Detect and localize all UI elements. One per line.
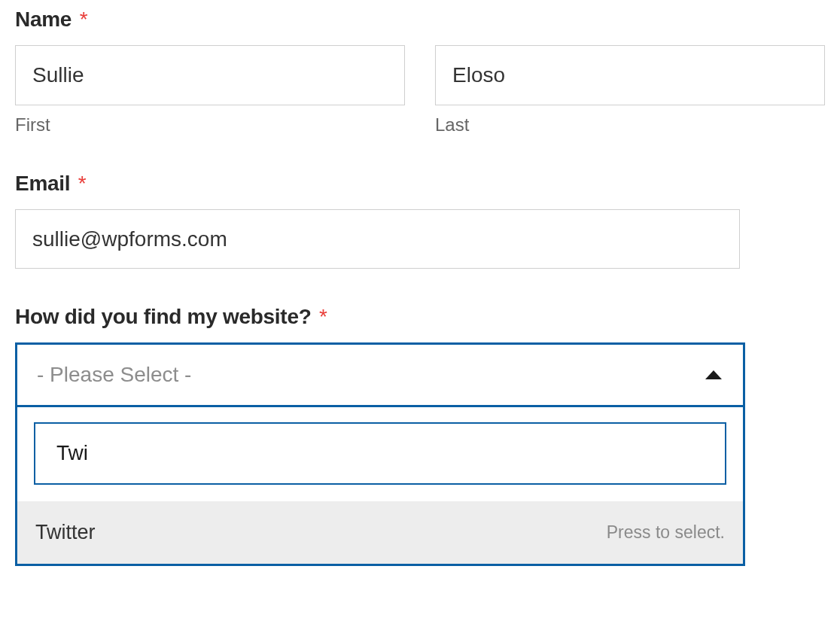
source-option-label: Twitter xyxy=(35,521,96,544)
name-label: Name * xyxy=(15,8,825,32)
first-name-col: First xyxy=(15,45,405,135)
source-dropdown: - Please Select - Twitter Press to selec… xyxy=(15,342,745,566)
source-option-twitter[interactable]: Twitter Press to select. xyxy=(17,501,743,564)
source-label: How did you find my website? * xyxy=(15,305,825,329)
required-asterisk: * xyxy=(80,8,88,31)
source-option-hint: Press to select. xyxy=(607,522,725,543)
last-name-col: Last xyxy=(435,45,825,135)
source-label-text: How did you find my website? xyxy=(15,305,312,328)
last-name-input[interactable] xyxy=(435,45,825,105)
required-asterisk: * xyxy=(319,305,327,328)
last-name-sublabel: Last xyxy=(435,114,825,135)
source-search-input[interactable] xyxy=(34,422,726,485)
name-label-text: Name xyxy=(15,8,72,31)
email-input[interactable] xyxy=(15,209,740,269)
first-name-input[interactable] xyxy=(15,45,405,105)
first-name-sublabel: First xyxy=(15,114,405,135)
email-field-group: Email * xyxy=(15,172,825,269)
source-field-group: How did you find my website? * - Please … xyxy=(15,305,825,566)
chevron-up-icon xyxy=(705,370,722,379)
name-row: First Last xyxy=(15,45,825,135)
source-dropdown-control[interactable]: - Please Select - xyxy=(15,342,745,407)
email-label: Email * xyxy=(15,172,825,196)
email-label-text: Email xyxy=(15,172,70,195)
source-placeholder: - Please Select - xyxy=(37,363,191,386)
source-dropdown-panel: Twitter Press to select. xyxy=(15,405,745,566)
name-field-group: Name * First Last xyxy=(15,8,825,135)
required-asterisk: * xyxy=(78,172,87,195)
